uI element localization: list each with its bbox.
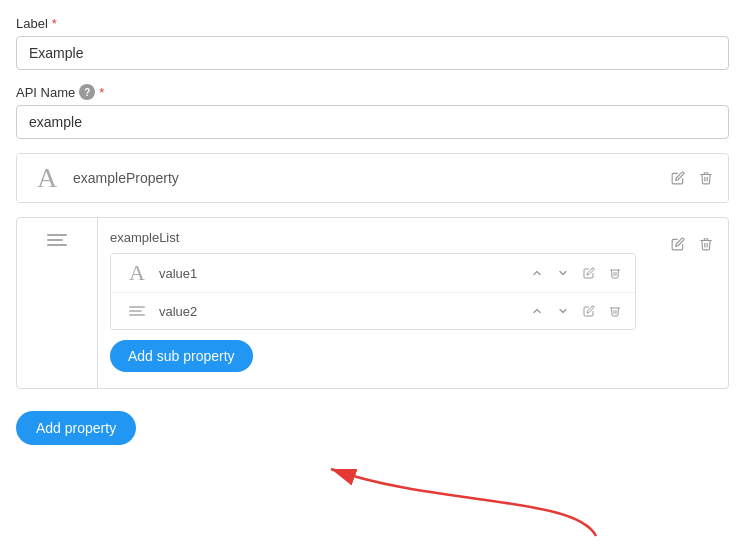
edit-prop-2-icon[interactable] — [668, 234, 688, 254]
sub-list-label: exampleList — [110, 230, 644, 245]
down-sub-2-icon[interactable] — [553, 301, 573, 321]
label-required-star: * — [52, 16, 57, 31]
label-field-label: Label * — [16, 16, 729, 31]
label-input[interactable] — [16, 36, 729, 70]
api-name-input[interactable] — [16, 105, 729, 139]
add-property-button[interactable]: Add property — [16, 411, 136, 445]
label-field-group: Label * — [16, 16, 729, 70]
prop-name-1: exampleProperty — [65, 170, 668, 186]
sub-item-row-2: value2 — [111, 293, 635, 329]
up-sub-1-icon[interactable] — [527, 263, 547, 283]
api-name-required-star: * — [99, 85, 104, 100]
delete-prop-2-icon[interactable] — [696, 234, 716, 254]
delete-sub-2-icon[interactable] — [605, 301, 625, 321]
edit-sub-1-icon[interactable] — [579, 263, 599, 283]
text-type-icon: A — [37, 164, 57, 192]
sub-item-icon-1: A — [121, 262, 153, 284]
add-sub-property-button[interactable]: Add sub property — [110, 340, 253, 372]
sub-item-icon-2 — [121, 305, 153, 317]
sub-text-icon-1: A — [129, 262, 145, 284]
property-list: A exampleProperty — [16, 153, 729, 203]
api-name-field-group: API Name ? * — [16, 84, 729, 139]
delete-prop-1-icon[interactable] — [696, 168, 716, 188]
sub-item-row-1: A value1 — [111, 254, 635, 293]
sub-item-name-1: value1 — [153, 266, 527, 281]
sub-item-actions-2 — [527, 301, 625, 321]
main-prop-actions-2 — [656, 218, 728, 270]
main-prop-content: exampleList A value1 — [98, 218, 656, 388]
up-sub-2-icon[interactable] — [527, 301, 547, 321]
property-row-1: A exampleProperty — [17, 154, 728, 202]
sub-item-name-2: value2 — [153, 304, 527, 319]
sub-items-container: A value1 — [110, 253, 636, 330]
prop-actions-1 — [668, 168, 716, 188]
sub-item-actions-1 — [527, 263, 625, 283]
edit-sub-2-icon[interactable] — [579, 301, 599, 321]
api-name-field-label: API Name ? * — [16, 84, 729, 100]
down-sub-1-icon[interactable] — [553, 263, 573, 283]
list-icon-col — [17, 218, 97, 262]
sub-property-section: exampleList A value1 — [16, 217, 729, 389]
list-type-icon — [47, 234, 67, 246]
delete-sub-1-icon[interactable] — [605, 263, 625, 283]
main-property-row-2: exampleList A value1 — [17, 218, 728, 388]
prop-icon-1: A — [29, 164, 65, 192]
api-name-help-icon[interactable]: ? — [79, 84, 95, 100]
sub-list-icon-2 — [129, 306, 145, 316]
edit-prop-1-icon[interactable] — [668, 168, 688, 188]
